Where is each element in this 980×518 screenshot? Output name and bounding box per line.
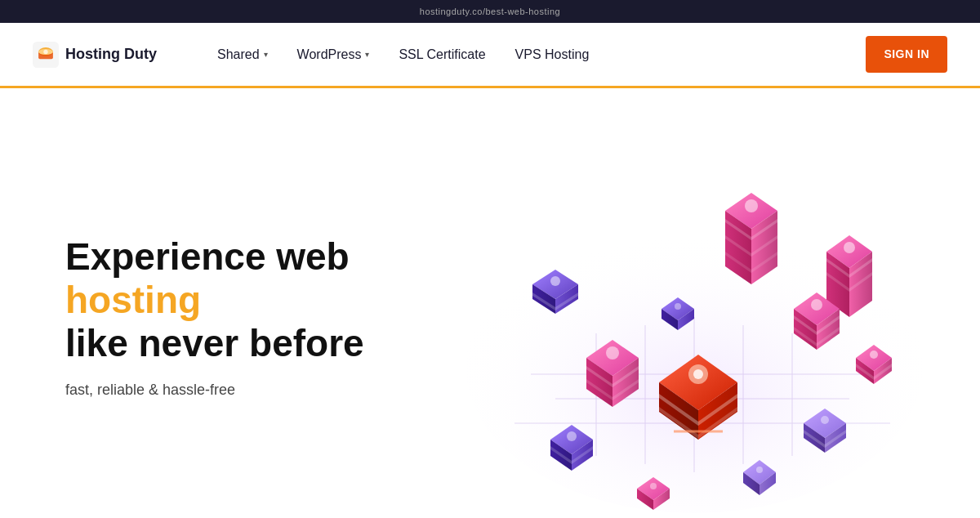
top-bar: hostingduty.co/best-web-hosting: [0, 0, 980, 23]
svg-point-31: [844, 242, 855, 253]
hero-section: Experience web hostinglike never before …: [0, 88, 980, 518]
chevron-down-icon: ▾: [264, 50, 268, 59]
svg-point-45: [756, 467, 763, 473]
svg-point-78: [811, 299, 822, 310]
svg-point-18: [550, 276, 560, 286]
svg-point-51: [606, 346, 619, 359]
nav-links: Shared ▾ WordPress ▾ SSL Certificate VPS…: [206, 41, 866, 69]
signin-button[interactable]: SIGN IN: [866, 36, 947, 73]
svg-point-36: [870, 351, 878, 359]
nav-item-ssl[interactable]: SSL Certificate: [387, 41, 497, 69]
hero-title: Experience web hostinglike never before: [65, 235, 408, 365]
hero-visual: [408, 121, 915, 513]
svg-point-71: [693, 369, 703, 379]
top-bar-text: hostingduty.co/best-web-hosting: [420, 7, 560, 16]
server-grid-svg: [449, 121, 939, 513]
nav-vps-label: VPS Hosting: [515, 47, 590, 62]
hero-subtitle: fast, reliable & hassle-free: [65, 382, 408, 399]
server-grid-illustration: [449, 121, 939, 513]
nav-item-shared[interactable]: Shared ▾: [206, 41, 279, 69]
chevron-down-icon: ▾: [365, 50, 369, 59]
nav-item-wordpress[interactable]: WordPress ▾: [286, 41, 381, 69]
svg-point-25: [745, 199, 758, 212]
logo[interactable]: Hosting Duty: [33, 42, 157, 68]
hero-content: Experience web hostinglike never before …: [65, 235, 408, 399]
svg-point-4: [43, 49, 47, 53]
nav-shared-label: Shared: [217, 47, 260, 62]
svg-point-56: [567, 431, 577, 441]
logo-icon: [33, 42, 59, 68]
svg-point-41: [821, 416, 829, 424]
nav-ssl-label: SSL Certificate: [399, 47, 485, 62]
hero-title-part1: Experience web: [65, 235, 350, 278]
logo-text: Hosting Duty: [65, 46, 157, 63]
navbar: Hosting Duty Shared ▾ WordPress ▾ SSL Ce…: [0, 23, 980, 88]
nav-item-vps[interactable]: VPS Hosting: [504, 41, 601, 69]
svg-point-64: [675, 303, 681, 310]
nav-wordpress-label: WordPress: [297, 47, 362, 62]
hero-title-highlight: hosting: [65, 279, 201, 321]
svg-point-60: [650, 483, 657, 489]
